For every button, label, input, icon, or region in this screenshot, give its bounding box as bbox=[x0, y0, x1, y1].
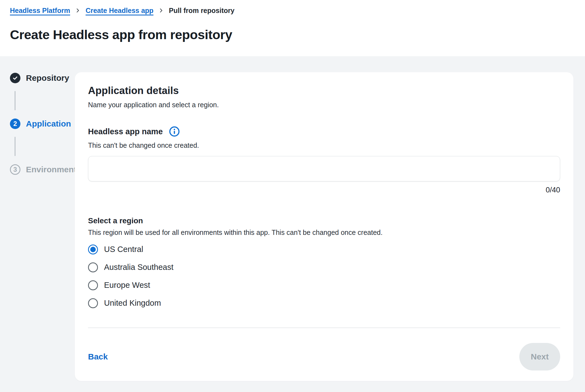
step-connector bbox=[15, 137, 15, 156]
page-header: Headless Platform Create Headless app Pu… bbox=[0, 0, 585, 56]
step-connector bbox=[15, 91, 15, 110]
region-option-us-central[interactable]: US Central bbox=[88, 243, 560, 256]
region-section-label: Select a region bbox=[88, 216, 560, 225]
application-details-card: Application details Name your applicatio… bbox=[75, 72, 573, 381]
chevron-right-icon bbox=[158, 8, 164, 13]
breadcrumb-current-pull-from-repository: Pull from repository bbox=[169, 7, 235, 15]
page-title: Create Headless app from repository bbox=[10, 27, 575, 42]
breadcrumb: Headless Platform Create Headless app Pu… bbox=[10, 6, 575, 15]
card-subheading: Name your application and select a regio… bbox=[88, 101, 560, 109]
radio-label: United Kingdom bbox=[104, 299, 161, 308]
region-description: This region will be used for all environ… bbox=[88, 229, 560, 237]
radio-label: Europe West bbox=[104, 281, 150, 290]
step-number-badge: 3 bbox=[10, 164, 20, 175]
card-footer: Back Next bbox=[88, 343, 560, 370]
char-counter: 0/40 bbox=[88, 186, 560, 194]
radio-label: US Central bbox=[104, 245, 143, 254]
step-complete-check-icon bbox=[10, 73, 20, 83]
footer-divider bbox=[88, 327, 560, 328]
card-heading: Application details bbox=[88, 85, 560, 96]
step-label-environment: Environment bbox=[26, 165, 76, 174]
region-option-australia-southeast[interactable]: Australia Southeast bbox=[88, 261, 560, 273]
radio-label: Australia Southeast bbox=[104, 263, 173, 272]
step-label-application: Application bbox=[26, 119, 71, 128]
app-name-label: Headless app name bbox=[88, 127, 163, 136]
stepper-step-repository[interactable]: Repository bbox=[10, 73, 75, 83]
main-content: Repository 2 Application 3 Environment A… bbox=[0, 56, 585, 392]
stepper-step-application[interactable]: 2 Application bbox=[10, 119, 75, 129]
step-label-repository: Repository bbox=[26, 73, 69, 83]
app-name-input[interactable] bbox=[88, 156, 560, 181]
step-number-badge: 2 bbox=[10, 119, 20, 129]
breadcrumb-link-headless-platform[interactable]: Headless Platform bbox=[10, 7, 70, 15]
back-button[interactable]: Back bbox=[88, 352, 108, 361]
breadcrumb-link-create-headless-app[interactable]: Create Headless app bbox=[86, 7, 153, 15]
radio-unselected-icon[interactable] bbox=[88, 262, 98, 272]
stepper-step-environment: 3 Environment bbox=[10, 164, 75, 175]
radio-unselected-icon[interactable] bbox=[88, 298, 98, 308]
next-button[interactable]: Next bbox=[519, 343, 560, 370]
app-name-helper-text: This can't be changed once created. bbox=[88, 141, 560, 149]
chevron-right-icon bbox=[75, 8, 81, 13]
info-icon[interactable] bbox=[169, 126, 180, 137]
radio-selected-icon[interactable] bbox=[88, 245, 98, 254]
region-option-europe-west[interactable]: Europe West bbox=[88, 279, 560, 291]
stepper: Repository 2 Application 3 Environment bbox=[0, 56, 75, 392]
region-option-united-kingdom[interactable]: United Kingdom bbox=[88, 297, 560, 309]
radio-unselected-icon[interactable] bbox=[88, 280, 98, 290]
